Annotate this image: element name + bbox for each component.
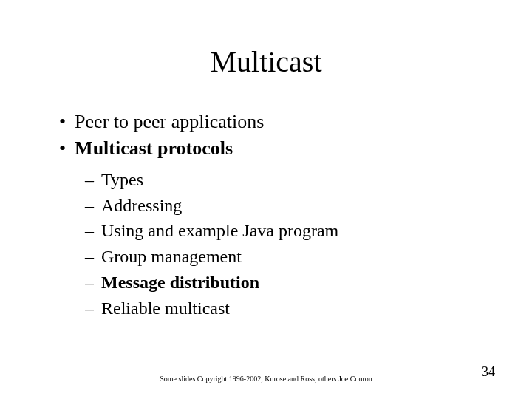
sub-bullet-item: Group management (85, 244, 488, 270)
bullet-item: Peer to peer applications (59, 109, 488, 135)
sub-bullet-item: Types (85, 167, 488, 193)
bullet-item: Multicast protocols (59, 135, 488, 162)
sub-bullet-item: Addressing (85, 193, 488, 219)
sub-bullet-text: Message distribution (101, 270, 259, 296)
sub-bullet-item: Reliable multicast (85, 296, 488, 321)
sub-bullet-list: Types Addressing Using and example Java … (44, 167, 488, 321)
page-number: 34 (482, 364, 495, 380)
sub-bullet-text: Addressing (101, 193, 182, 219)
sub-bullet-text: Types (101, 167, 143, 193)
slide: Multicast Peer to peer applications Mult… (0, 0, 532, 399)
sub-bullet-item: Using and example Java program (85, 218, 488, 244)
bullet-text: Multicast protocols (75, 135, 233, 162)
sub-bullet-text: Group management (101, 244, 242, 270)
sub-bullet-item: Message distribution (85, 270, 488, 296)
sub-bullet-text: Using and example Java program (101, 218, 338, 244)
bullet-list: Peer to peer applications Multicast prot… (44, 109, 488, 163)
sub-bullet-text: Reliable multicast (101, 296, 230, 321)
footer-note: Some slides Copyright 1996-2002, Kurose … (0, 375, 532, 383)
footer: Some slides Copyright 1996-2002, Kurose … (0, 375, 532, 383)
slide-title: Multicast (44, 44, 488, 79)
bullet-text: Peer to peer applications (75, 109, 264, 135)
